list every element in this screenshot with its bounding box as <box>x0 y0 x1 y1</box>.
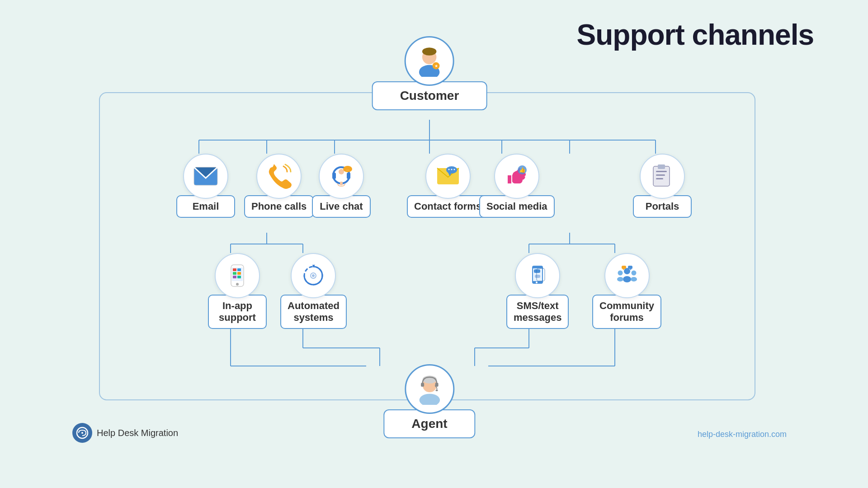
svg-point-48 <box>451 169 452 170</box>
inapp-label: In-app support <box>208 295 267 329</box>
svg-rect-74 <box>535 275 540 278</box>
svg-point-70 <box>312 274 315 277</box>
svg-rect-61 <box>237 268 241 271</box>
svg-text:★: ★ <box>434 64 438 68</box>
socialmedia-channel: 👍 Social media <box>479 154 555 218</box>
svg-point-94 <box>81 432 83 434</box>
svg-rect-39 <box>347 173 350 179</box>
inapp-channel: In-app support <box>208 253 267 329</box>
svg-text:👍: 👍 <box>519 166 526 173</box>
svg-point-75 <box>536 282 538 283</box>
svg-rect-65 <box>237 276 241 278</box>
svg-rect-56 <box>656 178 663 179</box>
website-text: help-desk-migration.com <box>698 430 787 439</box>
logo-icon <box>72 423 92 443</box>
svg-point-49 <box>453 169 455 170</box>
livechat-channel: ... Live chat <box>312 154 371 218</box>
customer-avatar: ★ <box>405 36 454 86</box>
svg-rect-54 <box>656 171 667 172</box>
logo: Help Desk Migration <box>72 423 178 443</box>
svg-point-82 <box>631 277 637 282</box>
svg-rect-73 <box>534 269 540 273</box>
svg-marker-84 <box>623 269 624 270</box>
svg-rect-38 <box>332 173 336 179</box>
svg-text:...: ... <box>346 167 349 171</box>
svg-rect-62 <box>233 272 236 275</box>
svg-point-80 <box>617 277 623 282</box>
svg-point-77 <box>624 268 630 274</box>
svg-point-47 <box>448 169 449 170</box>
contactforms-channel: Contact forms <box>407 154 489 218</box>
svg-point-87 <box>419 394 440 405</box>
svg-rect-60 <box>233 268 236 271</box>
email-channel: Email <box>176 154 235 218</box>
agent-avatar <box>405 364 454 414</box>
community-label: Community forums <box>592 295 661 329</box>
svg-point-40 <box>339 169 344 174</box>
sms-label: SMS/text messages <box>506 295 569 329</box>
svg-point-31 <box>422 47 437 56</box>
svg-point-66 <box>236 283 239 286</box>
svg-rect-55 <box>656 174 665 176</box>
portals-channel: Portals <box>633 154 692 218</box>
svg-rect-52 <box>653 166 670 186</box>
automated-channel: Automated systems <box>280 253 347 329</box>
sms-channel: SMS/text messages <box>506 253 569 329</box>
automated-label: Automated systems <box>280 295 347 329</box>
svg-rect-41 <box>340 182 343 185</box>
svg-rect-83 <box>622 266 626 269</box>
svg-marker-86 <box>630 269 632 270</box>
svg-point-81 <box>631 271 636 276</box>
phone-channel: Phone calls <box>244 154 314 218</box>
svg-rect-92 <box>435 390 438 391</box>
svg-rect-85 <box>628 266 632 269</box>
logo-text: Help Desk Migration <box>97 428 178 438</box>
svg-rect-90 <box>421 383 424 387</box>
customer-node: ★ Customer <box>372 36 487 110</box>
svg-point-78 <box>623 276 631 282</box>
svg-point-79 <box>618 271 623 276</box>
agent-node: Agent <box>383 364 475 438</box>
community-channel: Community forums <box>592 253 661 329</box>
svg-rect-64 <box>233 276 236 278</box>
svg-rect-0 <box>99 93 755 400</box>
svg-rect-63 <box>237 272 241 275</box>
svg-rect-57 <box>658 164 665 169</box>
